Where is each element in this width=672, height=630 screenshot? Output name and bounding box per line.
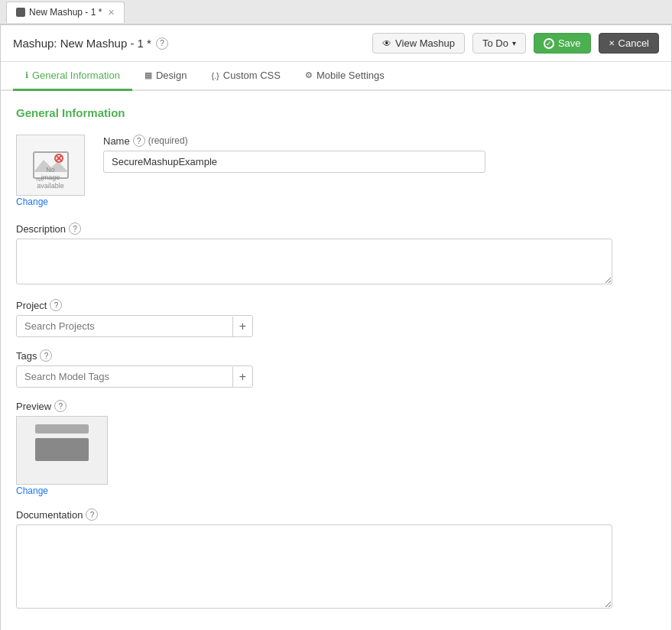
- project-add-button[interactable]: +: [232, 317, 252, 336]
- documentation-form-group: Documentation ?: [16, 508, 656, 611]
- tab-general-information-label: General Information: [32, 70, 120, 81]
- description-help-icon[interactable]: ?: [69, 222, 81, 235]
- tags-help-icon[interactable]: ?: [40, 349, 52, 362]
- save-label: Save: [558, 37, 581, 49]
- tab-design-label: Design: [156, 70, 187, 81]
- project-search-input[interactable]: [17, 316, 232, 336]
- mobile-settings-tab-icon: ⚙: [305, 70, 313, 80]
- tags-add-button[interactable]: +: [232, 367, 252, 387]
- top-tab-new-mashup[interactable]: New Mashup - 1 * ×: [6, 2, 125, 23]
- tags-search-wrapper: +: [16, 365, 253, 388]
- name-required-text: (required): [148, 135, 188, 146]
- project-label: Project ?: [16, 299, 656, 311]
- content-area: General Information No image availabl: [1, 91, 671, 630]
- name-label: Name ? (required): [103, 135, 656, 147]
- name-help-icon[interactable]: ?: [133, 135, 145, 147]
- save-button[interactable]: ✓ Save: [534, 33, 591, 54]
- preview-bar-top: [35, 424, 89, 434]
- inner-tab-bar: ℹ General Information ▦ Design {.} Custo…: [1, 62, 671, 91]
- name-form-group: Name ? (required): [103, 135, 656, 173]
- description-textarea[interactable]: [16, 239, 612, 284]
- header: Mashup: New Mashup - 1 * ? 👁 View Mashup…: [1, 25, 671, 62]
- tab-custom-css-label: Custom CSS: [223, 70, 281, 81]
- todo-label: To Do: [482, 37, 508, 49]
- no-image-placeholder: No image available Noimageavailable: [16, 135, 85, 196]
- tab-general-information[interactable]: ℹ General Information: [13, 62, 132, 91]
- save-circle-icon: ✓: [544, 38, 554, 49]
- tags-label: Tags ?: [16, 349, 656, 362]
- documentation-textarea[interactable]: [16, 524, 612, 609]
- mashup-title-text: Mashup: New Mashup - 1 *: [13, 37, 151, 50]
- header-help-icon[interactable]: ?: [156, 37, 168, 50]
- preview-image-placeholder: [16, 416, 108, 485]
- todo-button[interactable]: To Do ▾: [472, 33, 526, 54]
- image-change-link[interactable]: Change: [16, 196, 48, 207]
- preview-form-group: Preview ? Change: [16, 400, 656, 496]
- preview-change-link[interactable]: Change: [16, 485, 48, 496]
- documentation-help-icon[interactable]: ?: [86, 508, 98, 521]
- no-image-text: Noimageavailable: [17, 166, 84, 190]
- cancel-icon: ✕: [609, 39, 615, 47]
- tags-form-group: Tags ? +: [16, 349, 656, 388]
- name-image-row: No image available Noimageavailable Chan…: [16, 135, 656, 207]
- close-tab-button[interactable]: ×: [108, 7, 114, 18]
- mashup-tab-icon: [16, 8, 25, 17]
- preview-image-box: Change: [16, 416, 108, 496]
- design-tab-icon: ▦: [144, 70, 152, 80]
- view-mashup-button[interactable]: 👁 View Mashup: [372, 33, 465, 54]
- tags-search-input[interactable]: [17, 366, 232, 387]
- eye-icon: 👁: [382, 38, 391, 49]
- custom-css-tab-icon: {.}: [211, 71, 219, 80]
- project-search-wrapper: +: [16, 315, 253, 337]
- name-field-group: Name ? (required): [103, 135, 656, 185]
- project-help-icon[interactable]: ?: [50, 299, 62, 311]
- thumbnail-box: No image available Noimageavailable Chan…: [16, 135, 85, 207]
- top-tab-label: New Mashup - 1 *: [29, 7, 102, 18]
- name-input[interactable]: [103, 151, 485, 173]
- preview-bar-main: [35, 438, 89, 461]
- tab-mobile-settings[interactable]: ⚙ Mobile Settings: [293, 62, 397, 91]
- preview-help-icon[interactable]: ?: [54, 400, 67, 412]
- chevron-down-icon: ▾: [512, 39, 516, 47]
- tab-custom-css[interactable]: {.} Custom CSS: [199, 62, 293, 91]
- section-title: General Information: [16, 106, 656, 119]
- header-title: Mashup: New Mashup - 1 * ?: [13, 37, 365, 50]
- cancel-label: Cancel: [618, 37, 649, 49]
- tab-mobile-settings-label: Mobile Settings: [317, 70, 385, 81]
- description-form-group: Description ?: [16, 222, 656, 287]
- project-form-group: Project ? +: [16, 299, 656, 337]
- view-mashup-label: View Mashup: [395, 37, 455, 49]
- cancel-button[interactable]: ✕ Cancel: [599, 33, 659, 54]
- general-info-tab-icon: ℹ: [25, 70, 28, 80]
- description-label: Description ?: [16, 222, 656, 235]
- tab-design[interactable]: ▦ Design: [132, 62, 199, 91]
- documentation-label: Documentation ?: [16, 508, 656, 521]
- top-tab-bar: New Mashup - 1 * ×: [0, 0, 672, 24]
- preview-label: Preview ?: [16, 400, 656, 412]
- main-window: Mashup: New Mashup - 1 * ? 👁 View Mashup…: [0, 24, 672, 630]
